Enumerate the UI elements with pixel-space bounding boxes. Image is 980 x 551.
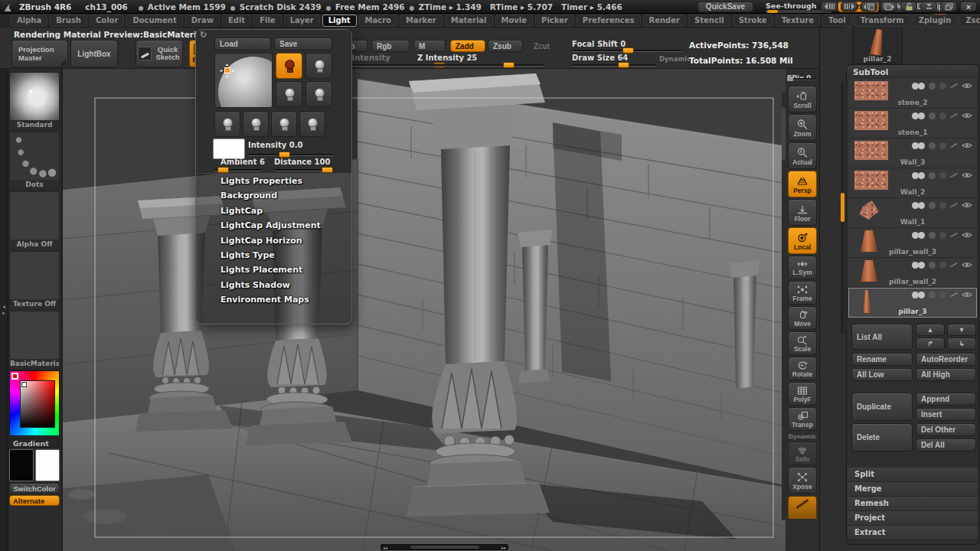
- quicksave-button[interactable]: QuickSave: [697, 2, 753, 12]
- subtool-section[interactable]: Project: [848, 511, 978, 526]
- mask-toggle-icon[interactable]: [939, 262, 946, 269]
- light-menu-item[interactable]: LightCap Adjustment: [196, 218, 351, 233]
- shift-up-icon[interactable]: ↱: [916, 337, 945, 350]
- del-other-button[interactable]: Del Other: [916, 423, 976, 436]
- scale-button[interactable]: Scale: [788, 331, 817, 355]
- light-menu-item[interactable]: Environment Maps: [196, 292, 351, 307]
- insert-button[interactable]: Insert: [916, 408, 976, 421]
- light-3-button[interactable]: [276, 81, 302, 107]
- brush-toggle-icon[interactable]: [950, 202, 958, 209]
- light-menu-item[interactable]: LightCap: [196, 204, 351, 218]
- mask-toggle-icon[interactable]: [939, 83, 946, 90]
- light-6-button[interactable]: [243, 111, 269, 137]
- light-1-button[interactable]: [276, 53, 302, 79]
- subtool-section[interactable]: Merge: [848, 482, 978, 497]
- polypaint-icon[interactable]: [912, 232, 925, 239]
- tray-item[interactable]: BasicMaterial2: [9, 311, 60, 370]
- zcut-button[interactable]: Zcut: [528, 40, 556, 52]
- menubar-item[interactable]: Material: [445, 15, 493, 27]
- tray-item[interactable]: Alpha Off: [9, 191, 60, 250]
- visibility-eye-icon[interactable]: [962, 171, 972, 179]
- brush-toggle-icon[interactable]: [950, 142, 958, 149]
- delete-button[interactable]: Delete: [851, 423, 913, 452]
- lsym-button[interactable]: L.Sym: [788, 256, 817, 279]
- xpose-button[interactable]: Xpose: [788, 467, 817, 494]
- layer-toggle-icon[interactable]: [929, 142, 936, 149]
- subtool-row[interactable]: Wall_2: [848, 168, 977, 198]
- persp-button[interactable]: Persp: [788, 171, 817, 197]
- menubar-item[interactable]: Zscript: [959, 15, 980, 27]
- layer-toggle-icon[interactable]: [929, 202, 936, 209]
- mask-toggle-icon[interactable]: [939, 202, 946, 209]
- minimize-icon[interactable]: [920, 2, 937, 11]
- menubar-item[interactable]: Macro: [359, 15, 397, 27]
- brush-toggle-icon[interactable]: [950, 83, 958, 90]
- rotate-button[interactable]: Rotate: [788, 357, 817, 380]
- light-color-swatch[interactable]: [213, 139, 245, 159]
- alternate-button[interactable]: Alternate: [9, 495, 60, 506]
- polypaint-icon[interactable]: [912, 112, 925, 119]
- subtool-row[interactable]: pillar_wall_2: [848, 258, 977, 288]
- scroll-button[interactable]: Scroll: [788, 86, 817, 112]
- color-picker[interactable]: [9, 370, 60, 436]
- menubar-item[interactable]: Stroke: [733, 15, 773, 27]
- rename-button[interactable]: Rename: [851, 353, 913, 366]
- menubar-item[interactable]: Movie: [495, 15, 534, 27]
- move-up-icon[interactable]: ▲: [916, 324, 945, 336]
- move-button[interactable]: Move: [788, 306, 817, 330]
- restore-icon[interactable]: [940, 2, 957, 11]
- floor-button[interactable]: Floor: [788, 199, 817, 226]
- list-all-button[interactable]: List All: [851, 324, 913, 350]
- subtool-row[interactable]: stone_2: [848, 79, 977, 109]
- menubar-item[interactable]: Light: [322, 15, 357, 27]
- spix-slider[interactable]: SPix 0: [787, 69, 818, 84]
- visibility-eye-icon[interactable]: [962, 142, 972, 149]
- actual-button[interactable]: Actual: [788, 142, 817, 169]
- light-menu-item[interactable]: Background: [196, 188, 351, 203]
- menubar-item[interactable]: Brush: [50, 15, 87, 27]
- brush-toggle-icon[interactable]: [950, 262, 958, 269]
- light-menu-item[interactable]: Lights Shadow: [196, 278, 351, 292]
- subtool-row[interactable]: pillar_3: [848, 288, 977, 318]
- saturation-value-square[interactable]: [20, 380, 55, 428]
- solo-button[interactable]: Solo: [788, 442, 817, 465]
- shelf-partial-button[interactable]: [788, 496, 817, 519]
- menubar-item[interactable]: Picker: [535, 15, 574, 27]
- visibility-eye-icon[interactable]: [962, 231, 972, 239]
- rgb-button[interactable]: Rgb: [371, 40, 410, 52]
- zoom-button[interactable]: Zoom: [788, 114, 817, 141]
- brush-toggle-icon[interactable]: [950, 232, 958, 239]
- refresh-icon[interactable]: ↻: [200, 30, 207, 40]
- light-menu-item[interactable]: Lights Properties: [196, 174, 351, 188]
- tray-item[interactable]: Dots: [9, 132, 60, 191]
- zsub-button[interactable]: Zsub: [488, 40, 523, 52]
- tray-item[interactable]: Standard: [9, 72, 60, 131]
- subtool-section[interactable]: Extract: [848, 526, 978, 540]
- canvas-h-scrollbar[interactable]: ◂◂▸▸: [381, 544, 508, 550]
- subtool-row[interactable]: Wall_1: [848, 198, 977, 228]
- polypaint-icon[interactable]: [912, 142, 925, 149]
- frame-button[interactable]: Frame: [788, 281, 817, 305]
- menubar-item[interactable]: Texture: [776, 15, 820, 27]
- menubar-item[interactable]: Document: [126, 15, 182, 27]
- menubar-item[interactable]: File: [253, 15, 281, 27]
- tray-resize-handle[interactable]: ◂▸: [0, 69, 8, 551]
- visibility-eye-icon[interactable]: [962, 82, 972, 90]
- hue-marker[interactable]: [11, 373, 18, 380]
- secondary-color-swatch[interactable]: [35, 449, 60, 481]
- switch-color-button[interactable]: SwitchColor: [9, 483, 60, 494]
- mask-toggle-icon[interactable]: [939, 172, 946, 179]
- zadd-button[interactable]: Zadd: [450, 40, 485, 52]
- visibility-eye-icon[interactable]: [962, 112, 972, 119]
- right-tray-toggle-icon[interactable]: [841, 2, 858, 11]
- light-5-button[interactable]: [214, 111, 240, 137]
- sv-marker[interactable]: [21, 382, 27, 387]
- light-placement-sphere[interactable]: ▴ ▾ ◂ ▸: [214, 53, 273, 108]
- m-button[interactable]: M: [413, 40, 446, 52]
- next-ui-icon[interactable]: [880, 2, 897, 11]
- prev-ui-icon[interactable]: [861, 2, 877, 11]
- menubar-item[interactable]: Zplugin: [913, 15, 958, 27]
- layer-toggle-icon[interactable]: [929, 262, 936, 269]
- all-low-button[interactable]: All Low: [851, 368, 913, 381]
- main-color-swatch[interactable]: [9, 449, 34, 481]
